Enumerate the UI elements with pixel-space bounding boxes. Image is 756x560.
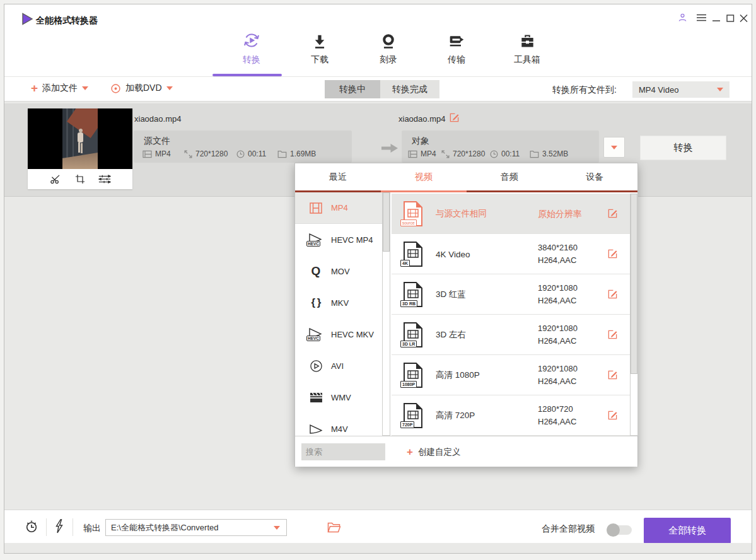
load-dvd-button[interactable]: 加载DVD bbox=[110, 83, 173, 94]
tab-download[interactable]: 下载 bbox=[311, 31, 329, 66]
film-icon bbox=[142, 150, 152, 158]
edit-preset-icon[interactable] bbox=[607, 289, 618, 300]
tab-converting[interactable]: 转换中 bbox=[325, 80, 380, 98]
divider bbox=[46, 518, 47, 536]
preset-specs: 1920*1080H264,AAC bbox=[538, 363, 578, 388]
format-item-avi[interactable]: AVI bbox=[295, 350, 382, 382]
chevron-down-icon bbox=[82, 86, 88, 90]
tab-convert[interactable]: 转换 bbox=[242, 31, 261, 66]
source-resolution: 720*1280 bbox=[195, 149, 228, 158]
preset-name: 高清 1080P bbox=[436, 355, 480, 395]
video-file-icon: 3D LR bbox=[402, 322, 424, 348]
effects-sliders-icon[interactable] bbox=[98, 174, 111, 184]
video-thumbnail bbox=[28, 108, 132, 169]
preset-specs: 1280*720H264,AAC bbox=[538, 403, 576, 428]
toolbox-icon bbox=[514, 31, 540, 50]
crop-icon[interactable] bbox=[75, 174, 85, 184]
edit-preset-icon[interactable] bbox=[607, 208, 618, 219]
preset-list-scrollbar[interactable] bbox=[630, 194, 638, 436]
arrow-right-icon bbox=[381, 143, 398, 153]
tab-burn[interactable]: 刻录 bbox=[380, 31, 397, 66]
chevron-down-icon bbox=[717, 88, 723, 91]
edit-preset-icon[interactable] bbox=[607, 329, 618, 340]
add-files-button[interactable]: + 添加文件 bbox=[31, 83, 88, 94]
tab-finished[interactable]: 转换完成 bbox=[380, 80, 439, 98]
schedule-alarm-icon[interactable] bbox=[25, 520, 38, 534]
preset-hd-1080p[interactable]: 1080P 高清 1080P 1920*1080H264,AAC bbox=[392, 355, 631, 395]
merge-all-toggle[interactable] bbox=[607, 525, 632, 535]
divider bbox=[73, 518, 73, 536]
source-filename: xiaodao.mp4 bbox=[134, 114, 181, 124]
output-path-value: E:\全能格式转换器\Converted bbox=[111, 522, 219, 534]
popup-tabs: 最近 视频 音频 设备 bbox=[295, 163, 637, 192]
rename-edit-icon[interactable] bbox=[449, 112, 460, 123]
tab-burn-label: 刻录 bbox=[380, 54, 397, 66]
preset-3d-red-blue[interactable]: 3D RB 3D 红蓝 1920*1080H264,AAC bbox=[392, 274, 631, 315]
edit-preset-icon[interactable] bbox=[607, 248, 618, 259]
format-item-wmv[interactable]: WMV bbox=[295, 382, 382, 413]
target-resolution: 720*1280 bbox=[453, 149, 485, 158]
edit-preset-icon[interactable] bbox=[607, 370, 618, 380]
source-panel-title: 源文件 bbox=[144, 136, 170, 147]
burn-disc-icon bbox=[380, 31, 397, 50]
tab-toolbox[interactable]: 工具箱 bbox=[514, 31, 540, 66]
output-label: 输出 bbox=[83, 523, 101, 534]
merge-all-label: 合并全部视频 bbox=[542, 523, 595, 535]
format-item-mkv[interactable]: { } MKV bbox=[295, 287, 382, 318]
menu-icon[interactable] bbox=[695, 13, 707, 23]
format-item-hevc-mp4[interactable]: HEVC HEVC MP4 bbox=[295, 224, 382, 255]
resolution-icon bbox=[184, 150, 192, 158]
create-custom-label: 创建自定义 bbox=[418, 446, 461, 458]
format-item-mp4[interactable]: MP4 bbox=[295, 192, 382, 224]
preset-4k-video[interactable]: 4K 4K Video 3840*2160H264,AAC bbox=[392, 234, 631, 274]
tab-convert-label: 转换 bbox=[242, 54, 261, 66]
create-custom-button[interactable]: + 创建自定义 bbox=[407, 436, 460, 467]
target-panel-title: 对象 bbox=[412, 136, 429, 147]
preset-3d-left-right[interactable]: 3D LR 3D 左右 1920*1080H264,AAC bbox=[392, 315, 631, 355]
minimize-icon[interactable] bbox=[711, 13, 722, 23]
tab-download-label: 下载 bbox=[311, 54, 329, 66]
maximize-icon[interactable] bbox=[724, 13, 736, 23]
output-path-select[interactable]: E:\全能格式转换器\Converted bbox=[105, 519, 287, 536]
format-picker-popup: 最近 视频 音频 设备 MP4 HEVC HEVC MP4 Q MOV { } bbox=[294, 163, 638, 467]
video-file-icon: 720P bbox=[402, 402, 424, 429]
circle-play-icon bbox=[306, 359, 325, 373]
open-folder-icon[interactable] bbox=[327, 522, 340, 533]
convert-row-button[interactable]: 转换 bbox=[640, 136, 726, 160]
search-input[interactable] bbox=[301, 443, 385, 460]
convert-all-to-label: 转换所有文件到: bbox=[552, 85, 617, 96]
matroska-icon: { } bbox=[306, 297, 325, 308]
format-item-m4v[interactable]: M4V bbox=[295, 413, 382, 436]
preset-same-as-source[interactable]: source 与源文件相同 原始分辨率 bbox=[392, 194, 631, 234]
format-list: MP4 HEVC HEVC MP4 Q MOV { } MKV HEVC HEV… bbox=[295, 192, 382, 436]
high-speed-bolt-icon[interactable] bbox=[55, 519, 64, 534]
preset-resolution: 原始分辨率 bbox=[538, 194, 582, 234]
target-size: 3.52MB bbox=[542, 149, 568, 158]
app-title: 全能格式转换器 bbox=[36, 15, 98, 26]
popup-tab-audio[interactable]: 音频 bbox=[467, 163, 552, 192]
convert-all-button[interactable]: 全部转换 bbox=[644, 518, 731, 544]
account-icon[interactable] bbox=[677, 13, 688, 23]
target-format: MP4 bbox=[421, 149, 436, 158]
close-icon[interactable] bbox=[738, 13, 749, 23]
format-item-hevc-mkv[interactable]: HEVC HEVC MKV bbox=[295, 318, 382, 350]
trim-scissors-icon[interactable] bbox=[50, 174, 62, 184]
edit-preset-icon[interactable] bbox=[607, 410, 618, 421]
format-item-mov[interactable]: Q MOV bbox=[295, 255, 382, 287]
preset-name: 3D 左右 bbox=[436, 315, 466, 355]
popup-tab-video[interactable]: 视频 bbox=[381, 163, 467, 192]
download-icon bbox=[311, 31, 329, 50]
transfer-icon bbox=[448, 31, 465, 50]
target-format-dropdown-button[interactable] bbox=[603, 137, 625, 158]
tab-transfer[interactable]: 传输 bbox=[448, 31, 465, 66]
clock-icon bbox=[236, 150, 245, 158]
preset-hd-720p[interactable]: 720P 高清 720P 1280*720H264,AAC bbox=[392, 395, 631, 436]
popup-tab-recent[interactable]: 最近 bbox=[295, 163, 381, 192]
preset-name: 高清 720P bbox=[436, 395, 475, 436]
film-icon bbox=[408, 150, 417, 158]
format-list-scrollbar[interactable] bbox=[382, 192, 390, 436]
bottom-bar: 输出 E:\全能格式转换器\Converted 合并全部视频 全部转换 bbox=[4, 510, 752, 543]
target-info-panel: 对象 MP4 720*1280 00:11 3.52MB bbox=[402, 131, 599, 163]
popup-tab-device[interactable]: 设备 bbox=[552, 163, 637, 192]
output-format-select[interactable]: MP4 Video bbox=[632, 81, 730, 98]
